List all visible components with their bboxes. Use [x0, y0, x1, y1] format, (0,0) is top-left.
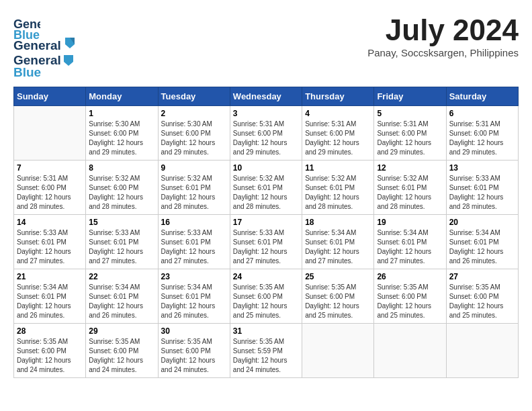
day-number: 29 — [89, 326, 154, 336]
calendar-week-2: 7Sunrise: 5:31 AM Sunset: 6:00 PM Daylig… — [14, 161, 519, 215]
title-area: July 2024 Panay, Soccsksargen, Philippin… — [367, 13, 519, 58]
day-info: Sunrise: 5:31 AM Sunset: 6:00 PM Dayligh… — [17, 174, 83, 212]
day-info: Sunrise: 5:35 AM Sunset: 6:00 PM Dayligh… — [89, 337, 154, 375]
calendar-cell — [302, 324, 374, 378]
calendar-cell: 21Sunrise: 5:34 AM Sunset: 6:01 PM Dayli… — [14, 269, 86, 324]
day-number: 9 — [161, 163, 227, 173]
day-info: Sunrise: 5:34 AM Sunset: 6:01 PM Dayligh… — [161, 283, 227, 320]
calendar-cell: 3Sunrise: 5:31 AM Sunset: 6:00 PM Daylig… — [230, 106, 302, 161]
calendar-cell: 9Sunrise: 5:32 AM Sunset: 6:01 PM Daylig… — [158, 161, 230, 215]
calendar-cell: 30Sunrise: 5:35 AM Sunset: 6:00 PM Dayli… — [158, 324, 230, 378]
svg-marker-5 — [64, 55, 73, 66]
calendar-cell: 15Sunrise: 5:33 AM Sunset: 6:01 PM Dayli… — [86, 215, 158, 269]
subtitle: Panay, Soccsksargen, Philippines — [367, 47, 519, 58]
calendar-cell: 14Sunrise: 5:33 AM Sunset: 6:01 PM Dayli… — [14, 215, 86, 269]
calendar-cell: 27Sunrise: 5:35 AM Sunset: 6:00 PM Dayli… — [446, 269, 518, 324]
calendar-cell: 16Sunrise: 5:33 AM Sunset: 6:01 PM Dayli… — [158, 215, 230, 269]
calendar-week-3: 14Sunrise: 5:33 AM Sunset: 6:01 PM Dayli… — [14, 215, 519, 269]
calendar-cell: 18Sunrise: 5:34 AM Sunset: 6:01 PM Dayli… — [302, 215, 374, 269]
day-number: 8 — [89, 163, 154, 173]
day-number: 2 — [161, 109, 227, 118]
logo: General Blue General General Blue — [13, 13, 77, 80]
logo-blue: Blue — [13, 65, 41, 80]
day-info: Sunrise: 5:32 AM Sunset: 6:01 PM Dayligh… — [161, 174, 227, 212]
day-info: Sunrise: 5:35 AM Sunset: 6:00 PM Dayligh… — [233, 283, 299, 320]
day-info: Sunrise: 5:32 AM Sunset: 6:01 PM Dayligh… — [233, 174, 299, 212]
day-info: Sunrise: 5:34 AM Sunset: 6:01 PM Dayligh… — [17, 283, 83, 320]
day-number: 3 — [233, 109, 299, 118]
day-number: 27 — [449, 272, 515, 281]
weekday-header-tuesday: Tuesday — [158, 87, 230, 106]
day-info: Sunrise: 5:35 AM Sunset: 6:00 PM Dayligh… — [377, 283, 443, 320]
day-number: 4 — [305, 109, 371, 118]
calendar-week-5: 28Sunrise: 5:35 AM Sunset: 6:00 PM Dayli… — [14, 324, 519, 378]
calendar-cell — [14, 106, 86, 161]
day-number: 28 — [17, 326, 83, 336]
calendar-cell: 25Sunrise: 5:35 AM Sunset: 6:00 PM Dayli… — [302, 269, 374, 324]
day-number: 14 — [17, 218, 83, 227]
day-number: 12 — [377, 163, 443, 173]
day-info: Sunrise: 5:33 AM Sunset: 6:01 PM Dayligh… — [161, 228, 227, 266]
day-number: 1 — [89, 109, 154, 118]
calendar-cell: 28Sunrise: 5:35 AM Sunset: 6:00 PM Dayli… — [14, 324, 86, 378]
weekday-header-friday: Friday — [374, 87, 446, 106]
day-info: Sunrise: 5:34 AM Sunset: 6:01 PM Dayligh… — [89, 283, 154, 320]
main-title: July 2024 — [367, 13, 519, 47]
calendar-cell: 10Sunrise: 5:32 AM Sunset: 6:01 PM Dayli… — [230, 161, 302, 215]
calendar-cell: 1Sunrise: 5:30 AM Sunset: 6:00 PM Daylig… — [86, 106, 158, 161]
day-number: 31 — [233, 326, 299, 336]
calendar-cell — [446, 324, 518, 378]
day-info: Sunrise: 5:32 AM Sunset: 6:00 PM Dayligh… — [89, 174, 154, 212]
calendar-header-row: SundayMondayTuesdayWednesdayThursdayFrid… — [14, 87, 519, 106]
calendar-cell: 5Sunrise: 5:31 AM Sunset: 6:00 PM Daylig… — [374, 106, 446, 161]
day-info: Sunrise: 5:33 AM Sunset: 6:01 PM Dayligh… — [233, 228, 299, 266]
calendar-cell: 13Sunrise: 5:33 AM Sunset: 6:01 PM Dayli… — [446, 161, 518, 215]
day-number: 21 — [17, 272, 83, 281]
day-info: Sunrise: 5:35 AM Sunset: 6:00 PM Dayligh… — [449, 283, 515, 320]
day-number: 7 — [17, 163, 83, 173]
day-number: 11 — [305, 163, 371, 173]
calendar-cell: 31Sunrise: 5:35 AM Sunset: 5:59 PM Dayli… — [230, 324, 302, 378]
day-info: Sunrise: 5:34 AM Sunset: 6:01 PM Dayligh… — [377, 228, 443, 266]
day-number: 30 — [161, 326, 227, 336]
day-info: Sunrise: 5:31 AM Sunset: 6:00 PM Dayligh… — [233, 120, 299, 157]
day-number: 6 — [449, 109, 515, 118]
calendar-body: 1Sunrise: 5:30 AM Sunset: 6:00 PM Daylig… — [14, 106, 519, 378]
calendar-cell: 11Sunrise: 5:32 AM Sunset: 6:01 PM Dayli… — [302, 161, 374, 215]
weekday-header-wednesday: Wednesday — [230, 87, 302, 106]
calendar-cell — [374, 324, 446, 378]
day-info: Sunrise: 5:35 AM Sunset: 6:00 PM Dayligh… — [161, 337, 227, 375]
day-info: Sunrise: 5:33 AM Sunset: 6:01 PM Dayligh… — [17, 228, 83, 266]
calendar-cell: 8Sunrise: 5:32 AM Sunset: 6:00 PM Daylig… — [86, 161, 158, 215]
calendar-week-1: 1Sunrise: 5:30 AM Sunset: 6:00 PM Daylig… — [14, 106, 519, 161]
day-number: 17 — [233, 218, 299, 227]
calendar-cell: 7Sunrise: 5:31 AM Sunset: 6:00 PM Daylig… — [14, 161, 86, 215]
day-number: 26 — [377, 272, 443, 281]
day-info: Sunrise: 5:35 AM Sunset: 6:00 PM Dayligh… — [305, 283, 371, 320]
weekday-header-monday: Monday — [86, 87, 158, 106]
day-number: 19 — [377, 218, 443, 227]
header: General Blue General General Blue July 2… — [13, 13, 519, 80]
weekday-header-thursday: Thursday — [302, 87, 374, 106]
day-number: 22 — [89, 272, 154, 281]
day-number: 25 — [305, 272, 371, 281]
calendar-cell: 6Sunrise: 5:31 AM Sunset: 6:00 PM Daylig… — [446, 106, 518, 161]
day-info: Sunrise: 5:35 AM Sunset: 5:59 PM Dayligh… — [233, 337, 299, 375]
calendar: SundayMondayTuesdayWednesdayThursdayFrid… — [13, 87, 519, 378]
day-info: Sunrise: 5:34 AM Sunset: 6:01 PM Dayligh… — [449, 228, 515, 266]
day-info: Sunrise: 5:31 AM Sunset: 6:00 PM Dayligh… — [377, 120, 443, 157]
calendar-cell: 24Sunrise: 5:35 AM Sunset: 6:00 PM Dayli… — [230, 269, 302, 324]
calendar-cell: 19Sunrise: 5:34 AM Sunset: 6:01 PM Dayli… — [374, 215, 446, 269]
day-number: 23 — [161, 272, 227, 281]
day-info: Sunrise: 5:31 AM Sunset: 6:00 PM Dayligh… — [449, 120, 515, 157]
calendar-cell: 22Sunrise: 5:34 AM Sunset: 6:01 PM Dayli… — [86, 269, 158, 324]
day-number: 15 — [89, 218, 154, 227]
calendar-cell: 4Sunrise: 5:31 AM Sunset: 6:00 PM Daylig… — [302, 106, 374, 161]
logo-blue-icon — [62, 35, 77, 52]
day-number: 24 — [233, 272, 299, 281]
day-info: Sunrise: 5:31 AM Sunset: 6:00 PM Dayligh… — [305, 120, 371, 157]
calendar-cell: 20Sunrise: 5:34 AM Sunset: 6:01 PM Dayli… — [446, 215, 518, 269]
logo-flag-icon — [62, 54, 75, 67]
day-number: 20 — [449, 218, 515, 227]
day-info: Sunrise: 5:30 AM Sunset: 6:00 PM Dayligh… — [89, 120, 154, 157]
